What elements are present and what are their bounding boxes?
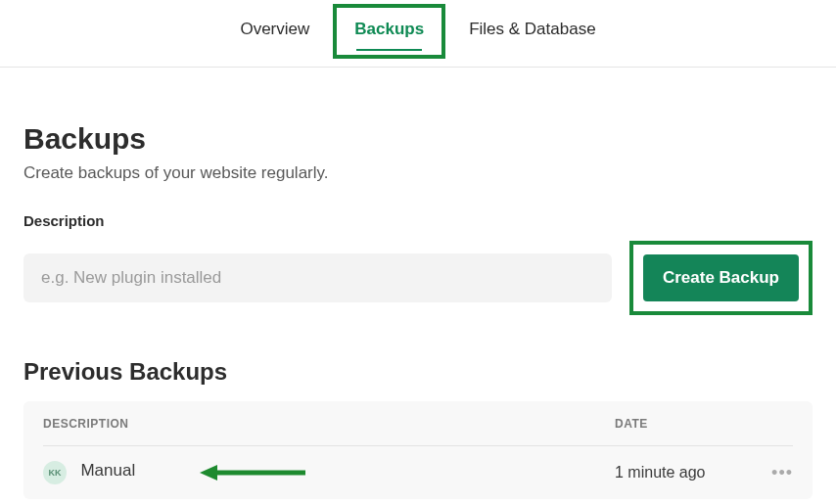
annotation-highlight: Create Backup <box>629 241 813 315</box>
tab-label: Overview <box>240 20 309 38</box>
more-icon: ••• <box>771 463 793 482</box>
description-label: Description <box>23 212 813 229</box>
tab-label: Files & Database <box>469 20 595 38</box>
col-header-description: DESCRIPTION <box>43 417 615 431</box>
page-content: Backups Create backups of your website r… <box>0 68 836 499</box>
create-backup-button[interactable]: Create Backup <box>643 254 799 301</box>
table-header: DESCRIPTION DATE <box>43 401 793 446</box>
page-subtitle: Create backups of your website regularly… <box>23 163 813 183</box>
row-date: 1 minute ago <box>615 464 762 481</box>
tab-overview[interactable]: Overview <box>236 10 313 51</box>
avatar: KK <box>43 461 67 484</box>
tab-files-database[interactable]: Files & Database <box>465 10 599 51</box>
tabs-bar: Overview Backups Files & Database <box>0 0 836 68</box>
description-input[interactable] <box>23 253 612 302</box>
page-title: Backups <box>23 122 813 156</box>
table-row[interactable]: KK Manual 1 minute ago ••• <box>43 446 793 499</box>
tab-backups[interactable]: Backups <box>350 10 428 51</box>
row-description-cell: KK Manual <box>43 461 615 484</box>
create-backup-form: Create Backup <box>23 241 813 315</box>
row-actions-button[interactable]: ••• <box>762 463 793 483</box>
row-description-text: Manual <box>80 461 135 480</box>
previous-backups-table: DESCRIPTION DATE KK Manual 1 minute ago … <box>23 401 813 499</box>
previous-backups-title: Previous Backups <box>23 358 813 386</box>
col-header-date: DATE <box>615 417 762 431</box>
tab-label: Backups <box>354 20 424 38</box>
